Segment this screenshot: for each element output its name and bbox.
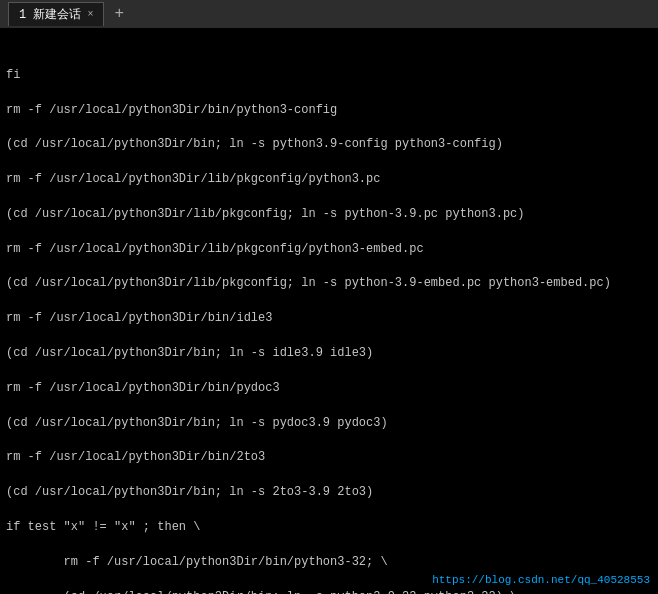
terminal-line: rm -f /usr/local/python3Dir/bin/2to3 bbox=[6, 449, 652, 466]
terminal-line: (cd /usr/local/python3Dir/bin; ln -s 2to… bbox=[6, 484, 652, 501]
terminal-line: (cd /usr/local/python3Dir/bin; ln -s pyt… bbox=[6, 136, 652, 153]
new-tab-button[interactable]: + bbox=[108, 2, 130, 26]
terminal-line: fi bbox=[6, 67, 652, 84]
title-bar: 1 新建会话 × + bbox=[0, 0, 658, 28]
terminal-line: rm -f /usr/local/python3Dir/bin/python3-… bbox=[6, 554, 652, 571]
terminal-line: rm -f /usr/local/python3Dir/lib/pkgconfi… bbox=[6, 241, 652, 258]
watermark: https://blog.csdn.net/qq_40528553 bbox=[432, 574, 650, 586]
terminal-output: fi rm -f /usr/local/python3Dir/bin/pytho… bbox=[0, 28, 658, 594]
terminal-line: rm -f /usr/local/python3Dir/bin/idle3 bbox=[6, 310, 652, 327]
terminal-line: if test "x" != "x" ; then \ bbox=[6, 519, 652, 536]
tab-close-button[interactable]: × bbox=[87, 9, 93, 20]
terminal-window: 1 新建会话 × + fi rm -f /usr/local/python3Di… bbox=[0, 0, 658, 594]
terminal-line: (cd /usr/local/python3Dir/lib/pkgconfig;… bbox=[6, 206, 652, 223]
terminal-line: (cd /usr/local/python3Dir/bin; ln -s pyd… bbox=[6, 415, 652, 432]
terminal-line: rm -f /usr/local/python3Dir/bin/pydoc3 bbox=[6, 380, 652, 397]
terminal-line: (cd /usr/local/python3Dir/lib/pkgconfig;… bbox=[6, 275, 652, 292]
terminal-line: rm -f /usr/local/python3Dir/lib/pkgconfi… bbox=[6, 171, 652, 188]
terminal-line: rm -f /usr/local/python3Dir/bin/python3-… bbox=[6, 102, 652, 119]
tab-label: 1 新建会话 bbox=[19, 6, 81, 23]
active-tab[interactable]: 1 新建会话 × bbox=[8, 2, 104, 26]
terminal-line: (cd /usr/local/python3Dir/bin; ln -s pyt… bbox=[6, 589, 652, 595]
terminal-line: (cd /usr/local/python3Dir/bin; ln -s idl… bbox=[6, 345, 652, 362]
